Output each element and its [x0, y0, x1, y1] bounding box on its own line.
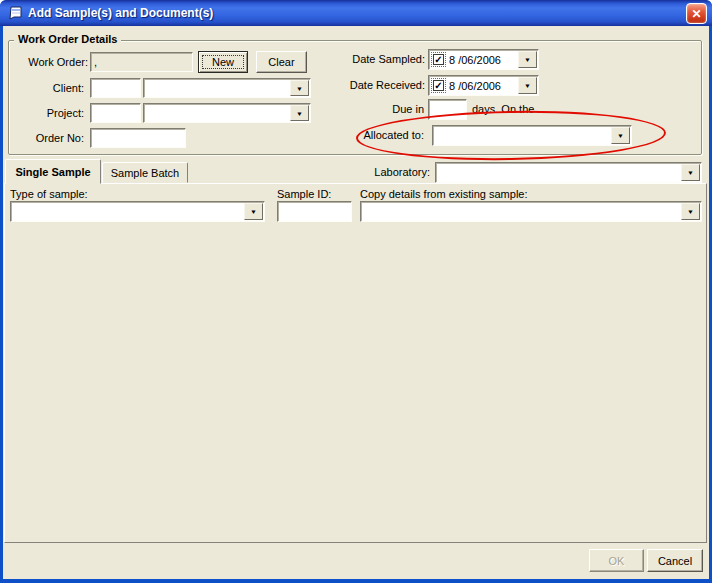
- close-icon: ✕: [691, 7, 701, 21]
- chevron-down-icon: ▼: [617, 133, 624, 139]
- work-order-value: ,: [94, 56, 97, 68]
- tab-sample-batch-label: Sample Batch: [111, 167, 179, 179]
- title-bar[interactable]: Add Sample(s) and Document(s) ✕: [0, 0, 712, 26]
- form-icon: [8, 6, 23, 20]
- project-dropdown-button[interactable]: ▼: [290, 105, 309, 121]
- type-of-sample-label: Type of sample:: [10, 188, 88, 201]
- tab-single-sample-label: Single Sample: [15, 166, 90, 178]
- sample-id-label: Sample ID:: [277, 188, 331, 201]
- order-no-field[interactable]: [90, 128, 186, 148]
- due-in-suffix-label: days. On the ...: [472, 103, 602, 116]
- cancel-button-label: Cancel: [658, 555, 692, 567]
- client-combo[interactable]: ▼: [143, 78, 311, 98]
- cancel-button[interactable]: Cancel: [647, 549, 703, 572]
- date-received-checkbox[interactable]: ✓: [431, 78, 446, 93]
- date-sampled-label: Date Sampled:: [330, 53, 425, 66]
- type-of-sample-combo[interactable]: ▼: [10, 201, 265, 222]
- date-received-value: 8 /06/2006: [449, 80, 501, 92]
- laboratory-dropdown-button[interactable]: ▼: [681, 164, 700, 181]
- tab-single-sample[interactable]: Single Sample: [5, 159, 101, 184]
- client-label: Client:: [8, 82, 84, 95]
- chevron-down-icon: ▼: [250, 209, 257, 215]
- client-code-field[interactable]: [90, 78, 141, 98]
- checkmark-icon: ✓: [433, 54, 444, 65]
- date-sampled-picker[interactable]: ✓ 8 /06/2006 ▼: [428, 49, 539, 70]
- laboratory-combo[interactable]: ▼: [435, 162, 702, 183]
- checkmark-icon: ✓: [433, 80, 444, 91]
- window-title: Add Sample(s) and Document(s): [28, 0, 213, 26]
- chevron-down-icon: ▼: [687, 209, 694, 215]
- client-dropdown-button[interactable]: ▼: [290, 80, 309, 96]
- tab-sample-batch[interactable]: Sample Batch: [102, 162, 188, 183]
- single-sample-tab-page: [4, 183, 707, 543]
- project-combo[interactable]: ▼: [143, 103, 311, 123]
- work-order-field[interactable]: ,: [90, 52, 193, 72]
- due-in-label: Due in: [380, 103, 424, 116]
- dialog-window: Add Sample(s) and Document(s) ✕ Work Ord…: [0, 0, 712, 583]
- chevron-down-icon: ▼: [687, 170, 694, 176]
- chevron-down-icon: ▼: [524, 57, 531, 63]
- chevron-down-icon: ▼: [296, 85, 303, 91]
- copy-details-dropdown-button[interactable]: ▼: [681, 203, 700, 220]
- sample-id-field[interactable]: [277, 201, 352, 222]
- date-sampled-checkbox[interactable]: ✓: [431, 52, 446, 67]
- project-label: Project:: [8, 107, 84, 120]
- order-no-label: Order No:: [8, 132, 84, 145]
- clear-button[interactable]: Clear: [256, 51, 307, 73]
- ok-button-label: OK: [609, 555, 625, 567]
- allocated-to-combo[interactable]: ▼: [432, 125, 632, 146]
- copy-details-combo[interactable]: ▼: [360, 201, 702, 222]
- type-of-sample-dropdown-button[interactable]: ▼: [244, 203, 263, 220]
- allocated-to-dropdown-button[interactable]: ▼: [611, 127, 630, 144]
- close-button[interactable]: ✕: [686, 3, 707, 24]
- allocated-to-label: Allocated to:: [356, 129, 424, 142]
- date-sampled-dropdown-button[interactable]: ▼: [518, 51, 537, 68]
- date-received-label: Date Received:: [330, 79, 425, 92]
- date-received-dropdown-button[interactable]: ▼: [518, 77, 537, 94]
- chevron-down-icon: ▼: [524, 83, 531, 89]
- work-order-label: Work Order:: [8, 56, 88, 69]
- project-code-field[interactable]: [90, 103, 141, 123]
- new-button[interactable]: New: [198, 51, 248, 73]
- focus-rectangle: [202, 55, 244, 69]
- clear-button-label: Clear: [268, 56, 294, 68]
- copy-details-label: Copy details from existing sample:: [360, 188, 528, 201]
- ok-button[interactable]: OK: [589, 549, 644, 572]
- group-title: Work Order Details: [14, 33, 121, 45]
- chevron-down-icon: ▼: [296, 110, 303, 116]
- laboratory-label: Laboratory:: [360, 166, 430, 179]
- due-in-field[interactable]: [428, 99, 467, 120]
- date-received-picker[interactable]: ✓ 8 /06/2006 ▼: [428, 75, 539, 96]
- date-sampled-value: 8 /06/2006: [449, 54, 501, 66]
